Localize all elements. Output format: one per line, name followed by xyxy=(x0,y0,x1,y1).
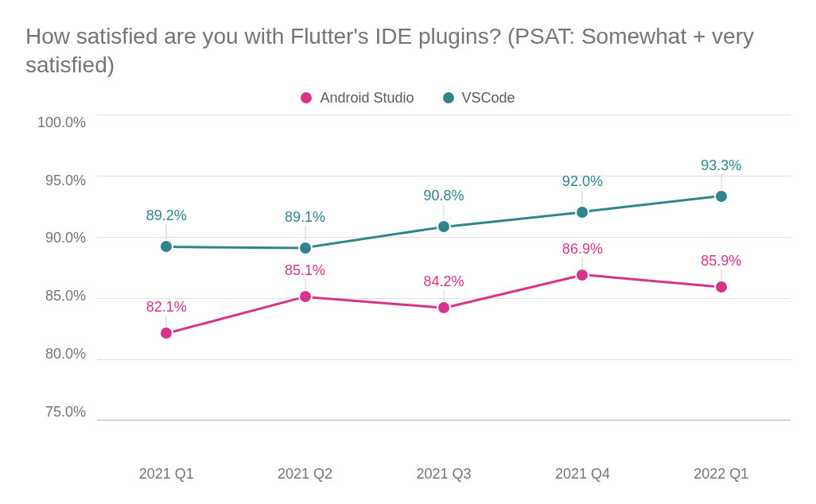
x-axis: 2021 Q12021 Q22021 Q32021 Q42022 Q1 xyxy=(97,456,791,492)
chart-container: How satisfied are you with Flutter's IDE… xyxy=(0,0,816,504)
data-point xyxy=(159,239,173,254)
data-point xyxy=(437,219,451,234)
gridline xyxy=(97,114,791,115)
data-label: 93.3% xyxy=(701,157,741,174)
x-tick-label: 2021 Q3 xyxy=(375,466,513,483)
data-label: 92.0% xyxy=(562,173,603,190)
data-point xyxy=(575,268,589,282)
data-point xyxy=(714,280,729,294)
data-label: 85.9% xyxy=(701,253,741,269)
y-tick-label: 100.0% xyxy=(37,114,86,131)
chart-title: How satisfied are you with Flutter's IDE… xyxy=(25,22,791,80)
legend: Android Studio VSCode xyxy=(25,90,791,107)
x-tick-label: 2021 Q1 xyxy=(97,466,235,483)
legend-item-vscode: VSCode xyxy=(443,90,515,107)
y-tick-label: 80.0% xyxy=(45,346,86,362)
y-axis: 100.0%95.0%90.0%85.0%80.0%75.0% xyxy=(25,114,97,421)
data-point xyxy=(575,205,589,219)
data-point xyxy=(298,289,313,304)
x-tick-label: 2022 Q1 xyxy=(652,466,791,483)
plot-area: 100.0%95.0%90.0%85.0%80.0%75.0% 82.1%85.… xyxy=(25,114,791,456)
data-point xyxy=(298,241,313,255)
legend-item-android-studio: Android Studio xyxy=(301,90,414,107)
legend-dot-icon xyxy=(301,92,312,103)
y-tick-label: 85.0% xyxy=(45,288,86,304)
data-label: 84.2% xyxy=(423,273,464,290)
gridline xyxy=(97,237,791,238)
y-tick-label: 95.0% xyxy=(45,173,86,189)
data-point xyxy=(437,300,451,315)
gridline xyxy=(97,176,791,176)
legend-label: Android Studio xyxy=(320,90,414,107)
data-label: 82.1% xyxy=(146,299,187,316)
data-point xyxy=(159,326,173,340)
legend-label: VSCode xyxy=(462,90,515,107)
y-tick-label: 75.0% xyxy=(45,404,86,421)
line-segment xyxy=(166,246,305,250)
line-segment xyxy=(444,211,583,227)
line-segment xyxy=(582,273,721,288)
plot: 82.1%85.1%84.2%86.9%85.9%89.2%89.1%90.8%… xyxy=(97,114,791,421)
data-point xyxy=(714,189,729,204)
gridline xyxy=(97,359,791,360)
x-tick-label: 2021 Q2 xyxy=(235,466,374,483)
y-tick-label: 90.0% xyxy=(45,230,86,246)
x-tick-label: 2021 Q4 xyxy=(513,466,651,483)
data-label: 89.2% xyxy=(146,207,187,224)
data-label: 89.1% xyxy=(285,209,325,226)
line-segment xyxy=(444,273,583,308)
legend-dot-icon xyxy=(443,92,454,103)
line-segment xyxy=(582,195,721,213)
data-label: 90.8% xyxy=(423,188,464,204)
line-segment xyxy=(166,296,305,335)
data-label: 86.9% xyxy=(562,241,603,258)
data-label: 85.1% xyxy=(285,262,325,279)
